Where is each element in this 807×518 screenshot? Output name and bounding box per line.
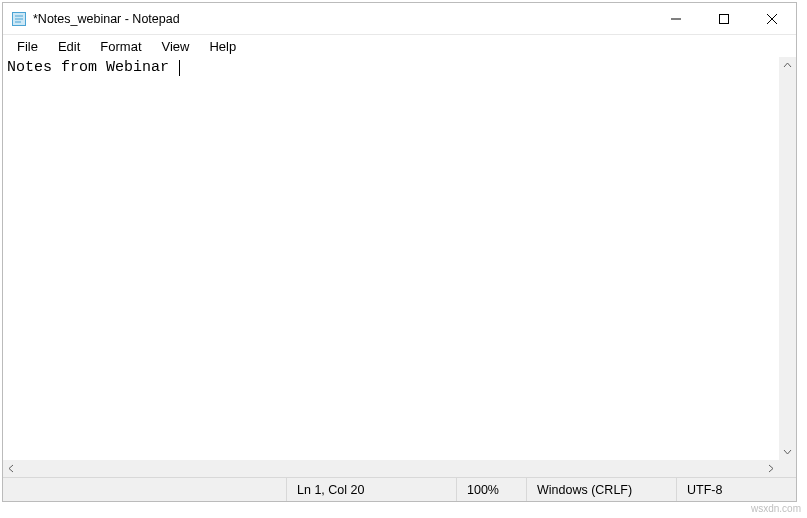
status-zoom: 100%: [456, 478, 526, 501]
maximize-button[interactable]: [700, 3, 748, 34]
scroll-left-icon[interactable]: [3, 460, 20, 477]
status-line-col: Ln 1, Col 20: [286, 478, 456, 501]
menu-help[interactable]: Help: [199, 37, 246, 56]
menu-view[interactable]: View: [152, 37, 200, 56]
window-controls: [652, 3, 796, 34]
status-bar: Ln 1, Col 20 100% Windows (CRLF) UTF-8: [3, 477, 796, 501]
horizontal-scrollbar[interactable]: [3, 460, 796, 477]
scroll-corner: [779, 460, 796, 477]
scroll-down-icon[interactable]: [779, 443, 796, 460]
title-bar[interactable]: *Notes_webinar - Notepad: [3, 3, 796, 35]
text-editor[interactable]: Notes from Webinar: [3, 57, 796, 460]
menu-format[interactable]: Format: [90, 37, 151, 56]
close-button[interactable]: [748, 3, 796, 34]
notepad-icon: [11, 11, 27, 27]
status-eol: Windows (CRLF): [526, 478, 676, 501]
svg-rect-5: [720, 14, 729, 23]
vertical-scrollbar[interactable]: [779, 57, 796, 460]
menu-file[interactable]: File: [7, 37, 48, 56]
status-encoding: UTF-8: [676, 478, 796, 501]
menu-edit[interactable]: Edit: [48, 37, 90, 56]
menu-bar: File Edit Format View Help: [3, 35, 796, 57]
editor-text[interactable]: Notes from Webinar: [7, 59, 178, 76]
scroll-up-icon[interactable]: [779, 57, 796, 74]
minimize-button[interactable]: [652, 3, 700, 34]
app-window: *Notes_webinar - Notepad File Edit Forma…: [2, 2, 797, 502]
scroll-right-icon[interactable]: [762, 460, 779, 477]
editor-content[interactable]: Notes from Webinar: [3, 57, 779, 460]
status-spacer: [3, 478, 286, 501]
window-title: *Notes_webinar - Notepad: [33, 12, 180, 26]
watermark: wsxdn.com: [751, 503, 801, 514]
text-caret: [179, 60, 180, 76]
editor-wrap: Notes from Webinar: [3, 57, 796, 477]
